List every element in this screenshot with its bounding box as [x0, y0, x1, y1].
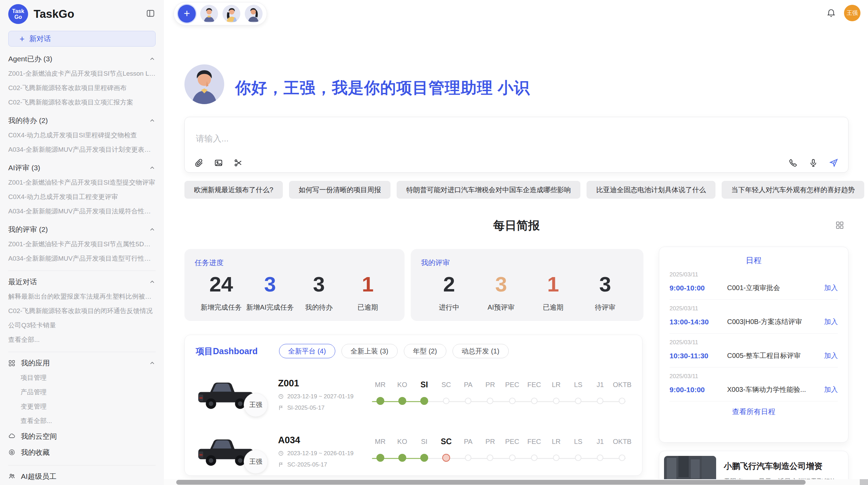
project-vehicle-image: 王强 — [196, 433, 255, 470]
project-current-flag: SC-2025-05-17 — [278, 461, 364, 468]
phone-icon[interactable] — [788, 158, 798, 167]
project-vehicle-image: 王强 — [196, 376, 255, 413]
project-dashboard-card: 项目Dashboard 全新平台 (4) 全新上装 (3) 年型 (2) 动总开… — [184, 335, 642, 476]
stat-pending-reviews: 3 待评审 — [579, 273, 631, 312]
collapse-sidebar-icon[interactable] — [146, 9, 155, 18]
chat-input[interactable] — [195, 132, 711, 156]
stat-overdue-tasks: 1 已逾期 — [343, 273, 393, 312]
tab-new-platform[interactable]: 全新平台 (4) — [279, 344, 335, 358]
sidebar-item[interactable]: 公司Q3轻卡销量 — [8, 318, 156, 333]
schedule-event: 2025/03/11 9:00-10:00 C001-立项审批会 加入 — [670, 266, 838, 300]
milestone-dot-future — [465, 398, 471, 404]
section-my-review[interactable]: 我的评审 (2) — [8, 222, 156, 237]
divider — [8, 465, 156, 465]
milestone-dot-future — [597, 398, 603, 404]
assistant-avatar-1[interactable] — [200, 5, 218, 23]
project-code: A034 — [278, 435, 364, 446]
join-meeting-link[interactable]: 加入 — [824, 385, 838, 394]
sidebar-item[interactable]: A034-全新新能源MUV产品开发项目计划变更表编写 — [8, 142, 156, 157]
sidebar-item-label: 我的收藏 — [21, 448, 50, 457]
suggestion-chips: 欧洲新规最近颁布了什么? 如何写一份清晰的项目周报 特朗普可能对进口汽车增税会对… — [184, 181, 848, 199]
view-all-schedule-link[interactable]: 查看所有日程 — [670, 401, 838, 422]
join-meeting-link[interactable]: 加入 — [824, 351, 838, 360]
tab-powertrain-dev[interactable]: 动总开发 (1) — [453, 344, 509, 358]
join-meeting-link[interactable]: 加入 — [824, 317, 838, 326]
milestone-dot-future — [575, 455, 581, 461]
user-avatar[interactable]: 王强 — [844, 5, 860, 21]
assistant-avatar-3[interactable] — [245, 5, 263, 23]
sidebar-item[interactable]: Z001-全新燃油轻卡产品开发项目SI造型提交物评审 — [8, 175, 156, 190]
section-my-todo[interactable]: 我的待办 (2) — [8, 113, 156, 128]
project-dashboard-title: 项目Dashboard — [196, 346, 258, 357]
section-recent-chats[interactable]: 最近对话 — [8, 274, 156, 289]
sidebar-item-view-all-chats[interactable]: 查看全部... — [8, 333, 156, 347]
quick-access-bar: + — [173, 2, 267, 25]
schedule-title: 日程 — [670, 255, 838, 266]
sidebar-item-change-mgmt[interactable]: 变更管理 — [8, 399, 156, 414]
sidebar-item-project-mgmt[interactable]: 项目管理 — [8, 371, 156, 385]
sidebar-item[interactable]: A034-全新新能源MUV产品开发项目造型可行性评审 — [8, 251, 156, 266]
sidebar-item-cloud-space[interactable]: 我的云空间 — [8, 428, 156, 444]
cloud-icon — [8, 433, 15, 440]
suggestion-chip[interactable]: 比亚迪全固态电池计划具体说了什么 — [587, 181, 715, 199]
section-title: 最近对话 — [8, 277, 37, 287]
flag-icon — [278, 462, 284, 468]
sidebar-item[interactable]: C02-飞腾新能源轻客改款项目立项汇报方案 — [8, 95, 156, 110]
suggestion-chip[interactable]: 当下年轻人对汽车外观有怎样的喜好趋势 — [722, 181, 864, 199]
daily-briefing-title: 每日简报 — [184, 218, 848, 234]
section-title: 我的待办 (2) — [8, 116, 48, 125]
sidebar-item-ai-super-staff[interactable]: AI超级员工 — [8, 468, 156, 484]
image-icon[interactable] — [214, 158, 223, 167]
sidebar-item[interactable]: Z001-全新燃油轻卡产品开发项目SI节点属性5D文件评审 — [8, 237, 156, 251]
microphone-icon[interactable] — [809, 158, 818, 167]
tab-model-year[interactable]: 年型 (2) — [404, 344, 446, 358]
horizontal-scrollbar-track — [164, 479, 868, 485]
sidebar-item[interactable]: A034-全新新能源MUV产品开发项目法规符合性评审 — [8, 204, 156, 219]
sidebar-item-view-all-apps[interactable]: 查看全部... — [8, 414, 156, 428]
sidebar-item[interactable]: Z001-全新燃油皮卡产品开发项目SI节点Lesson Learn报告 — [8, 66, 156, 81]
star-badge-icon — [8, 449, 15, 456]
milestone-dot-future — [597, 455, 603, 461]
task-progress-title: 任务进度 — [195, 258, 394, 268]
section-my-apps[interactable]: 我的应用 — [8, 356, 156, 371]
milestone-track: MR KO SI SC PA PR PEC FEC LR LS J1 OKTB — [369, 436, 633, 467]
join-meeting-link[interactable]: 加入 — [824, 283, 838, 293]
milestone-dot-future — [487, 455, 493, 461]
tab-new-upfit[interactable]: 全新上装 (3) — [341, 344, 398, 358]
sidebar-item[interactable]: C02-飞腾新能源轻客改款项目里程碑画布 — [8, 81, 156, 95]
milestone-dot-future — [575, 398, 581, 404]
milestone-dot-future — [531, 455, 538, 461]
horizontal-scrollbar-thumb[interactable] — [176, 480, 806, 485]
milestone-dot-future — [619, 398, 625, 404]
section-ai-review[interactable]: AI评审 (3) — [8, 160, 156, 175]
milestone-dot-done — [398, 454, 406, 462]
sidebar-item-favorites[interactable]: 我的收藏 — [8, 444, 156, 460]
new-chat-button[interactable]: + 新对话 — [8, 31, 156, 47]
project-code: Z001 — [278, 378, 364, 389]
attachment-icon[interactable] — [194, 158, 204, 167]
notification-bell-icon[interactable] — [827, 8, 836, 17]
assistant-avatar-2[interactable] — [222, 5, 240, 23]
suggestion-chip[interactable]: 如何写一份清晰的项目周报 — [289, 181, 390, 199]
sidebar-item[interactable]: 解释最新出台的欧盟报废车法规再生塑料比例被调至15%... — [8, 289, 156, 304]
milestone-dot-future — [531, 398, 538, 404]
sidebar-item[interactable]: C0X4-动力总成开发项目工程变更评审 — [8, 190, 156, 204]
scrollbar-corner — [860, 479, 868, 485]
sidebar-item[interactable]: C0X4-动力总成开发项目SI里程碑提交物检查 — [8, 128, 156, 142]
section-title: 我的评审 (2) — [8, 225, 48, 234]
suggestion-chip[interactable]: 欧洲新规最近颁布了什么? — [184, 181, 283, 199]
sidebar-item-product-mgmt[interactable]: 产品管理 — [8, 385, 156, 399]
section-agent-done[interactable]: Agent已办 (3) — [8, 51, 156, 66]
scissors-icon[interactable] — [233, 158, 243, 167]
add-assistant-button[interactable]: + — [178, 5, 196, 23]
layout-grid-icon[interactable] — [835, 221, 844, 230]
chevron-up-icon — [149, 55, 156, 62]
suggestion-chip[interactable]: 特朗普可能对进口汽车增税会对中国车企造成哪些影响 — [397, 181, 580, 199]
clock-icon — [278, 394, 284, 399]
send-icon[interactable] — [829, 158, 839, 167]
sidebar-item[interactable]: C02-飞腾新能源轻客改款项目的闭环通告反馈情况 — [8, 304, 156, 318]
chevron-up-icon — [149, 164, 156, 171]
schedule-event: 2025/03/11 9:00-10:00 X003-车辆动力学性能验... 加… — [670, 368, 838, 401]
project-owner-badge: 王强 — [244, 450, 268, 474]
milestone-dot-future — [509, 455, 516, 461]
